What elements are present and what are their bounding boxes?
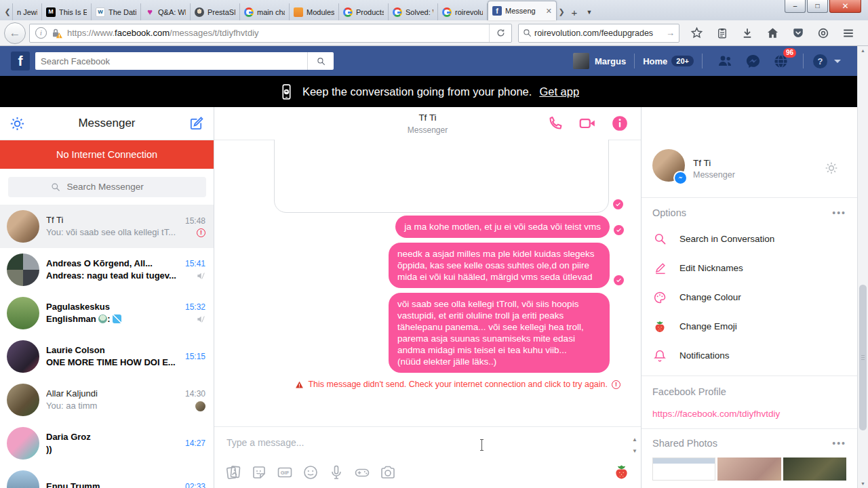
gif-icon[interactable] [277,464,293,481]
new-tab-button[interactable]: + [566,4,583,20]
minimize-button[interactable]: – [785,0,806,13]
tab-4[interactable]: PrestaShop [191,3,240,20]
emoji-icon[interactable] [302,464,319,481]
conversation-row-andreas[interactable]: Andreas O Kõrgend, All...Andreas: nagu t… [0,248,214,291]
tab-scroll-right-icon[interactable]: ❯ [557,3,566,20]
menu-search-in-conversation[interactable]: Search in Conversation [652,224,846,253]
conversation-row-pagulaskeskus[interactable]: Pagulaskeskus Englishman : 15:32 [0,291,214,335]
tab-messenger-active[interactable]: fMesseng✕ [488,1,557,20]
send-error-icon: ! [197,228,205,237]
close-button[interactable]: ✕ [829,0,861,13]
user-name-link[interactable]: Margus [595,56,626,66]
messenger-badge-icon [673,171,688,185]
message-composer [214,426,641,488]
sticker-icon[interactable] [251,464,267,481]
hello-loop-icon[interactable] [817,27,829,39]
conversation-row-daria[interactable]: Daria Groz)) 14:27 [0,422,214,465]
facebook-search-input[interactable] [35,56,307,67]
scrollbar-up-icon[interactable]: ▲ [858,48,868,53]
games-icon[interactable] [354,464,370,481]
conversation-row-tf-ti[interactable]: Tf TiYou: või saab see olla kellegi tT..… [0,205,214,248]
shared-photos-more-icon[interactable]: ••• [832,441,846,446]
send-error-row[interactable]: This message didn't send. Check your int… [214,380,641,389]
conversation-info-panel: Tf Ti Messenger Options ••• Search in Co… [642,107,857,488]
bookmark-star-icon[interactable] [690,26,703,39]
tab-scroll-left-icon[interactable]: ❮ [3,3,12,20]
messenger-search[interactable] [8,177,206,197]
browser-search-bar[interactable]: → [518,24,679,43]
reload-icon[interactable] [489,24,511,42]
shared-photo-thumbnail[interactable] [652,458,715,481]
video-call-icon[interactable] [578,115,596,132]
conversation-row-allar[interactable]: Allar KaljundiYou: aa timm 14:30 [0,378,214,422]
tab-8[interactable]: Solved: Wh [389,3,438,20]
settings-gear-icon[interactable] [9,116,25,131]
voice-call-icon[interactable] [547,115,564,131]
message-bubble: ja ma kohe motlen, et ju ei või seda või… [395,216,610,238]
browser-search-input[interactable] [532,28,666,38]
bell-icon [653,349,667,363]
back-button[interactable]: ← [4,22,26,44]
home-link[interactable]: Home [643,56,667,66]
conversation-settings-icon[interactable] [825,161,838,175]
get-app-link[interactable]: Get app [539,85,579,98]
messenger-search-input[interactable] [66,181,163,192]
camera-icon[interactable] [380,464,396,481]
menu-change-emoji[interactable]: Change Emoji [652,312,846,341]
tab-9[interactable]: roirevolutic [438,3,488,20]
menu-hamburger-icon[interactable] [842,27,854,39]
tab-7[interactable]: Products " [339,3,389,20]
conversation-info-icon[interactable] [611,115,629,132]
strawberry-emoji-send-icon[interactable] [613,464,630,481]
menu-notifications[interactable]: Notifications [652,341,846,370]
tab-0[interactable]: n Jewish [12,3,42,20]
avatar [7,427,39,460]
url-bar[interactable]: i https://www.facebook.com/messages/t/td… [29,24,512,43]
tab-5[interactable]: main chara [240,3,290,20]
facebook-search[interactable] [35,52,334,70]
lock-warning-icon[interactable] [51,27,63,39]
help-icon[interactable]: ? [813,54,827,68]
reading-list-icon[interactable] [716,27,728,39]
tab-list-caret-icon[interactable]: ▼ [583,4,596,20]
compose-icon[interactable] [189,116,204,131]
pocket-icon[interactable] [792,27,804,39]
shared-photo-thumbnail[interactable] [783,458,846,481]
message-bubble-failed[interactable]: või saab see olla kellegi tTroll, või si… [389,293,610,373]
tab-6[interactable]: Modules • [290,3,339,20]
menu-change-colour[interactable]: Change Colour [652,283,846,312]
scrollbar-thumb[interactable] [859,285,867,430]
menu-edit-nicknames[interactable]: Edit Nicknames [652,253,846,283]
scrollbar-down-icon[interactable]: ▼ [858,481,868,486]
conversation-row-ennu[interactable]: Ennu Trumm 02:33 [0,465,214,488]
tab-2[interactable]: WThe Dating [92,3,141,20]
error-info-icon[interactable]: ! [612,380,620,389]
facebook-search-button[interactable] [307,52,334,70]
google-favicon [244,7,254,17]
options-more-icon[interactable]: ••• [832,210,846,216]
message-input[interactable] [225,436,594,449]
facebook-profile-link[interactable]: https://facebook.com/tdiyfhvtdiy [652,409,780,419]
friend-requests-icon[interactable] [717,53,733,69]
page-scrollbar[interactable]: ▲ ▼ [857,46,868,488]
conversation-row-laurie[interactable]: Laurie ColsonONE MORE TIME HOW DOI E... … [0,335,214,378]
search-go-icon[interactable]: → [666,28,675,38]
shared-photo-thumbnail[interactable] [717,458,781,481]
user-avatar[interactable] [573,53,589,69]
tab-3[interactable]: ♥Q&A: Whe [141,3,191,20]
medium-favicon: M [46,7,56,17]
voice-clip-icon[interactable] [328,464,344,481]
account-caret-icon[interactable] [834,60,841,63]
notifications-icon[interactable]: 96 [773,54,789,69]
facebook-logo[interactable]: f [11,52,30,70]
messages-icon[interactable] [745,54,761,69]
maximize-button[interactable]: □ [807,0,828,13]
add-photo-icon[interactable] [225,464,241,481]
page-info-icon[interactable]: i [35,27,47,39]
home-icon[interactable] [766,26,779,39]
tab-close-icon[interactable]: ✕ [546,7,552,16]
downloads-icon[interactable] [741,27,753,39]
tab-1[interactable]: MThis Is Exac [42,3,92,20]
message-history[interactable]: ja ma kohe motlen, et ju ei või seda või… [214,140,641,427]
soup-emoji [98,314,107,323]
